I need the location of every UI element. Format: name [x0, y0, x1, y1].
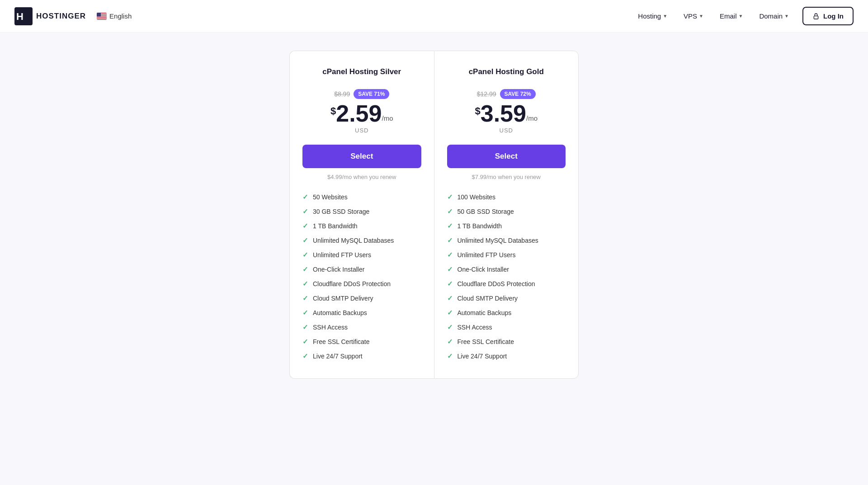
original-price: $12.99 — [477, 90, 496, 98]
check-icon: ✓ — [447, 309, 453, 317]
feature-item: ✓ 30 GB SSD Storage — [302, 207, 421, 216]
svg-rect-8 — [97, 19, 107, 19]
feature-item: ✓ 50 GB SSD Storage — [447, 207, 566, 216]
logo-text: HOSTINGER — [36, 12, 86, 21]
svg-rect-7 — [97, 18, 107, 18]
feature-item: ✓ Free SSL Certificate — [447, 338, 566, 346]
lock-icon — [812, 13, 820, 20]
check-icon: ✓ — [302, 207, 308, 216]
navbar-right: Hosting ▼ VPS ▼ Email ▼ Domain ▼ Log In — [632, 7, 854, 25]
feature-item: ✓ SSH Access — [302, 323, 421, 331]
plan-card-silver: cPanel Hosting Silver $8.99 SAVE 71% $ 2… — [289, 51, 434, 379]
feature-item: ✓ Unlimited FTP Users — [302, 251, 421, 259]
price-per-month: /mo — [526, 114, 538, 122]
check-icon: ✓ — [447, 280, 453, 288]
feature-item: ✓ SSH Access — [447, 323, 566, 331]
check-icon: ✓ — [302, 323, 308, 331]
feature-item: ✓ 1 TB Bandwidth — [447, 222, 566, 230]
plan-title: cPanel Hosting Silver — [322, 67, 401, 76]
check-icon: ✓ — [447, 236, 453, 245]
price-section: $12.99 SAVE 72% $ 3.59 /mo USD — [475, 89, 538, 134]
check-icon: ✓ — [302, 309, 308, 317]
save-badge: SAVE 71% — [354, 89, 389, 99]
feature-label: Cloudflare DDoS Protection — [313, 280, 391, 287]
feature-item: ✓ Cloudflare DDoS Protection — [447, 280, 566, 288]
feature-item: ✓ 50 Websites — [302, 193, 421, 201]
feature-label: SSH Access — [458, 324, 492, 331]
feature-label: Cloud SMTP Delivery — [313, 295, 373, 302]
nav-hosting[interactable]: Hosting ▼ — [632, 9, 674, 24]
nav-email[interactable]: Email ▼ — [713, 9, 749, 24]
features-list: ✓ 100 Websites ✓ 50 GB SSD Storage ✓ 1 T… — [447, 193, 566, 360]
feature-label: 1 TB Bandwidth — [313, 222, 358, 230]
plan-title: cPanel Hosting Gold — [469, 67, 544, 76]
feature-item: ✓ Cloudflare DDoS Protection — [302, 280, 421, 288]
feature-label: Unlimited FTP Users — [313, 251, 371, 259]
feature-label: Unlimited MySQL Databases — [458, 237, 538, 244]
main-content: cPanel Hosting Silver $8.99 SAVE 71% $ 2… — [0, 33, 868, 485]
plans-container: cPanel Hosting Silver $8.99 SAVE 71% $ 2… — [289, 51, 579, 379]
select-button-gold[interactable]: Select — [447, 145, 566, 168]
feature-label: 50 GB SSD Storage — [458, 208, 514, 215]
plan-card-gold: cPanel Hosting Gold $12.99 SAVE 72% $ 3.… — [434, 51, 579, 379]
price-row: $ 2.59 /mo — [330, 102, 393, 125]
language-selector[interactable]: English — [97, 12, 132, 20]
feature-label: Live 24/7 Support — [313, 353, 363, 360]
feature-label: Live 24/7 Support — [458, 353, 507, 360]
feature-label: One-Click Installer — [458, 266, 509, 273]
check-icon: ✓ — [447, 265, 453, 273]
feature-item: ✓ Automatic Backups — [302, 309, 421, 317]
feature-item: ✓ Free SSL Certificate — [302, 338, 421, 346]
hosting-chevron-icon: ▼ — [663, 14, 667, 19]
us-flag-icon — [97, 13, 107, 20]
check-icon: ✓ — [447, 251, 453, 259]
feature-label: 30 GB SSD Storage — [313, 208, 369, 215]
nav-domain[interactable]: Domain ▼ — [753, 9, 795, 24]
check-icon: ✓ — [302, 265, 308, 273]
price-row: $ 3.59 /mo — [475, 102, 538, 125]
svg-rect-6 — [97, 16, 107, 17]
nav-vps[interactable]: VPS ▼ — [677, 9, 710, 24]
login-button[interactable]: Log In — [802, 7, 854, 25]
vps-chevron-icon: ▼ — [699, 14, 703, 19]
renew-text: $7.99/mo when you renew — [472, 174, 541, 180]
check-icon: ✓ — [302, 280, 308, 288]
feature-label: 100 Websites — [458, 193, 496, 201]
logo[interactable]: H HOSTINGER — [14, 7, 86, 25]
language-label: English — [109, 12, 132, 20]
feature-item: ✓ Live 24/7 Support — [302, 352, 421, 360]
feature-label: Unlimited MySQL Databases — [313, 237, 394, 244]
feature-item: ✓ One-Click Installer — [447, 265, 566, 273]
feature-label: Free SSL Certificate — [313, 338, 370, 345]
check-icon: ✓ — [447, 222, 453, 230]
feature-label: One-Click Installer — [313, 266, 364, 273]
hostinger-logo-icon: H — [14, 7, 33, 25]
navbar-left: H HOSTINGER English — [14, 7, 132, 25]
original-price-row: $12.99 SAVE 72% — [477, 89, 536, 99]
feature-label: 50 Websites — [313, 193, 348, 201]
original-price-row: $8.99 SAVE 71% — [334, 89, 389, 99]
feature-item: ✓ Unlimited MySQL Databases — [302, 236, 421, 245]
check-icon: ✓ — [302, 251, 308, 259]
feature-label: Unlimited FTP Users — [458, 251, 516, 259]
feature-label: Automatic Backups — [458, 309, 512, 316]
navbar: H HOSTINGER English Hosting ▼ VPS — [0, 0, 868, 33]
feature-item: ✓ Live 24/7 Support — [447, 352, 566, 360]
check-icon: ✓ — [302, 236, 308, 245]
feature-label: SSH Access — [313, 324, 348, 331]
email-chevron-icon: ▼ — [739, 14, 743, 19]
original-price: $8.99 — [334, 90, 350, 98]
feature-label: Cloudflare DDoS Protection — [458, 280, 535, 287]
select-button-silver[interactable]: Select — [302, 145, 421, 168]
currency-symbol: $ — [330, 105, 336, 117]
svg-text:H: H — [16, 11, 24, 22]
feature-item: ✓ Automatic Backups — [447, 309, 566, 317]
check-icon: ✓ — [302, 338, 308, 346]
svg-rect-10 — [814, 16, 818, 19]
check-icon: ✓ — [447, 294, 453, 302]
price-usd: USD — [355, 127, 368, 134]
check-icon: ✓ — [302, 222, 308, 230]
feature-item: ✓ One-Click Installer — [302, 265, 421, 273]
price-main: 3.59 — [481, 102, 526, 125]
features-list: ✓ 50 Websites ✓ 30 GB SSD Storage ✓ 1 TB… — [302, 193, 421, 360]
